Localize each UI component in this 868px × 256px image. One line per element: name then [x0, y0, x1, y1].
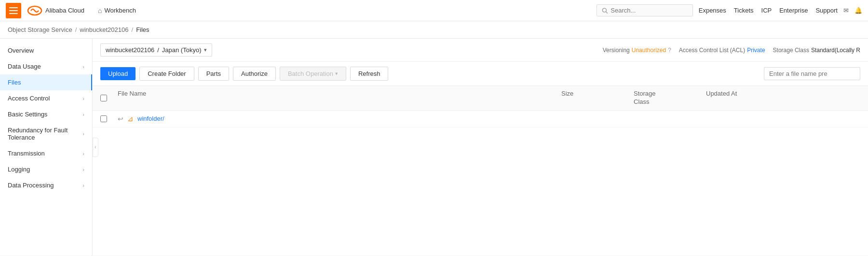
- acl-item: Access Control List (ACL) Private: [679, 47, 765, 54]
- sidebar-item-data-usage[interactable]: Data Usage ›: [0, 58, 92, 74]
- folder-icon: ⊿: [127, 114, 134, 123]
- workbench-link[interactable]: ⌂ Workbench: [94, 7, 140, 14]
- sidebar-item-label: Overview: [8, 47, 34, 54]
- create-folder-button[interactable]: Create Folder: [139, 67, 194, 81]
- storage-class-header-line2: Class: [634, 98, 706, 106]
- storage-class-item: Storage Class Standard(Locally R: [773, 47, 860, 54]
- select-all-checkbox-cell: [100, 90, 118, 106]
- file-name[interactable]: winfolder/: [137, 115, 164, 122]
- menu-button[interactable]: [6, 3, 21, 18]
- enterprise-link[interactable]: Enterprise: [779, 7, 808, 14]
- sidebar-item-logging[interactable]: Logging ›: [0, 161, 92, 177]
- bucket-header: winbucket202106 / Japan (Tokyo) ▾ Versio…: [93, 39, 868, 62]
- authorize-button[interactable]: Authorize: [233, 67, 276, 81]
- breadcrumb-bucket[interactable]: winbucket202106: [80, 26, 128, 33]
- bucket-selector[interactable]: winbucket202106 / Japan (Tokyo) ▾: [100, 43, 212, 57]
- search-input[interactable]: [610, 7, 687, 14]
- file-name-cell[interactable]: ↩ ⊿ winfolder/: [118, 114, 561, 123]
- acl-label: Access Control List (ACL): [679, 47, 745, 54]
- refresh-button[interactable]: Refresh: [350, 67, 389, 81]
- storage-class-label: Storage Class: [773, 47, 809, 54]
- sidebar-item-files[interactable]: Files: [0, 74, 92, 90]
- versioning-value[interactable]: Unauthorized: [632, 47, 666, 54]
- toolbar: Upload Create Folder Parts Authorize Bat…: [93, 62, 868, 86]
- breadcrumb-sep-1: /: [75, 26, 77, 33]
- svg-rect-2: [9, 13, 18, 14]
- file-table: File Name Size Storage Class Updated At …: [93, 86, 868, 256]
- svg-rect-1: [9, 10, 18, 11]
- batch-dropdown-arrow-icon: ▾: [335, 71, 338, 77]
- sidebar-item-label: Transmission: [8, 150, 45, 157]
- chevron-icon: ›: [82, 96, 84, 101]
- table-header: File Name Size Storage Class Updated At: [93, 86, 868, 111]
- bucket-region: Japan (Tokyo): [162, 46, 202, 54]
- sidebar-item-data-processing[interactable]: Data Processing ›: [0, 177, 92, 193]
- acl-value[interactable]: Private: [747, 47, 765, 54]
- tickets-link[interactable]: Tickets: [734, 7, 754, 14]
- sidebar-item-label: Data Usage: [8, 63, 41, 70]
- chevron-icon: ›: [82, 183, 84, 188]
- sidebar-item-access-control[interactable]: Access Control ›: [0, 90, 92, 106]
- icp-link[interactable]: ICP: [761, 7, 772, 14]
- nav-links: Expenses Tickets ICP Enterprise Support: [699, 7, 838, 14]
- sidebar-item-label: Redundancy for Fault Tolerance: [8, 127, 82, 141]
- sidebar-item-label: Basic Settings: [8, 111, 47, 118]
- bell-icon[interactable]: 🔔: [854, 7, 862, 14]
- content-area: winbucket202106 / Japan (Tokyo) ▾ Versio…: [93, 39, 868, 256]
- upload-button[interactable]: Upload: [100, 67, 136, 80]
- main-layout: Overview Data Usage › Files Access Contr…: [0, 39, 868, 256]
- workbench-label: Workbench: [104, 7, 136, 14]
- file-search-input[interactable]: [764, 67, 860, 80]
- sidebar-item-label: Files: [8, 79, 21, 86]
- select-all-checkbox[interactable]: [100, 95, 107, 101]
- bucket-name: winbucket202106: [106, 46, 154, 54]
- search-box[interactable]: [597, 4, 693, 16]
- search-icon: [602, 7, 608, 14]
- sidebar-item-label: Logging: [8, 166, 30, 173]
- sidebar-item-label: Data Processing: [8, 182, 54, 189]
- actions-header: [802, 90, 860, 106]
- chevron-icon: ›: [82, 151, 84, 156]
- sidebar: Overview Data Usage › Files Access Contr…: [0, 39, 93, 256]
- bucket-meta: Versioning Unauthorized ? Access Control…: [603, 47, 860, 54]
- breadcrumb-current: Files: [136, 26, 149, 33]
- top-nav: Alibaba Cloud ⌂ Workbench Expenses Ticke…: [0, 0, 868, 21]
- sidebar-item-transmission[interactable]: Transmission ›: [0, 145, 92, 161]
- storage-class-header: Storage Class: [634, 90, 706, 106]
- updated-at-header: Updated At: [706, 90, 802, 106]
- batch-operation-label: Batch Operation: [288, 70, 333, 77]
- breadcrumb-service[interactable]: Object Storage Service: [8, 26, 72, 33]
- back-arrow-icon[interactable]: ↩: [118, 115, 123, 123]
- sidebar-item-basic-settings[interactable]: Basic Settings ›: [0, 106, 92, 122]
- batch-operation-button[interactable]: Batch Operation ▾: [280, 67, 346, 81]
- storage-class-header-line1: Storage: [634, 90, 706, 98]
- versioning-item: Versioning Unauthorized ?: [603, 47, 671, 54]
- logo-text: Alibaba Cloud: [45, 7, 84, 14]
- sidebar-item-redundancy[interactable]: Redundancy for Fault Tolerance ›: [0, 122, 92, 145]
- bucket-separator: /: [157, 46, 159, 54]
- mail-icon[interactable]: ✉: [843, 7, 849, 14]
- chevron-icon: ›: [82, 131, 84, 137]
- sidebar-item-overview[interactable]: Overview: [0, 43, 92, 58]
- sidebar-item-label: Access Control: [8, 95, 50, 102]
- svg-rect-0: [9, 7, 18, 8]
- size-header: Size: [561, 90, 634, 106]
- storage-class-value: Standard(Locally R: [811, 47, 860, 54]
- file-name-header: File Name: [118, 90, 561, 106]
- chevron-down-icon: ▾: [204, 47, 207, 53]
- svg-line-5: [606, 12, 607, 13]
- row-checkbox[interactable]: [100, 115, 107, 122]
- chevron-icon: ›: [82, 167, 84, 172]
- expenses-link[interactable]: Expenses: [699, 7, 726, 14]
- row-checkbox-cell: [100, 115, 118, 122]
- chevron-icon: ›: [82, 112, 84, 117]
- chevron-icon: ›: [82, 64, 84, 70]
- logo-area: Alibaba Cloud: [27, 5, 84, 16]
- breadcrumb: Object Storage Service / winbucket202106…: [0, 21, 868, 39]
- table-row: ↩ ⊿ winfolder/: [93, 111, 868, 128]
- support-link[interactable]: Support: [815, 7, 838, 14]
- question-icon[interactable]: ?: [668, 47, 671, 54]
- home-icon: ⌂: [98, 7, 102, 14]
- parts-button[interactable]: Parts: [198, 67, 229, 81]
- versioning-label: Versioning: [603, 47, 630, 54]
